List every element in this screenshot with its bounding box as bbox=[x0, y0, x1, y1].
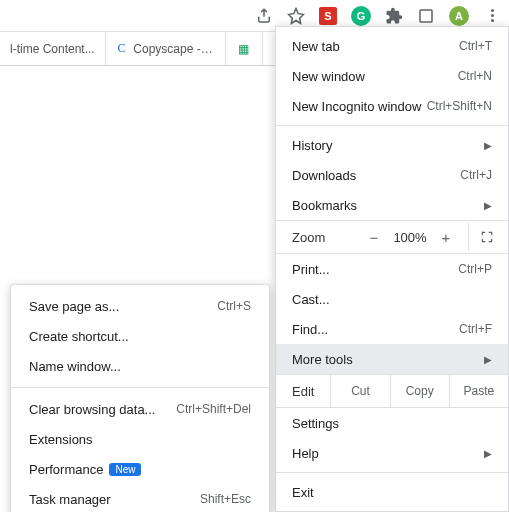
menu-label: Print... bbox=[292, 262, 330, 277]
tab-overview-icon[interactable] bbox=[417, 7, 435, 25]
more-tools-submenu: Save page as... Ctrl+S Create shortcut..… bbox=[10, 284, 270, 512]
menu-downloads[interactable]: Downloads Ctrl+J bbox=[276, 160, 508, 190]
submenu-extensions[interactable]: Extensions bbox=[11, 424, 269, 454]
favicon: C bbox=[116, 41, 128, 57]
shortcut: Ctrl+Shift+N bbox=[427, 99, 492, 113]
submenu-clear-data[interactable]: Clear browsing data... Ctrl+Shift+Del bbox=[11, 394, 269, 424]
chevron-right-icon: ▶ bbox=[484, 140, 492, 151]
paste-button[interactable]: Paste bbox=[449, 375, 508, 407]
cut-button[interactable]: Cut bbox=[330, 375, 389, 407]
submenu-label: Save page as... bbox=[29, 299, 119, 314]
extensions-icon[interactable] bbox=[385, 7, 403, 25]
submenu-label: Extensions bbox=[29, 432, 93, 447]
submenu-create-shortcut[interactable]: Create shortcut... bbox=[11, 321, 269, 351]
menu-label: Cast... bbox=[292, 292, 330, 307]
extension-s[interactable]: S bbox=[319, 7, 337, 25]
share-icon[interactable] bbox=[255, 7, 273, 25]
tab-title: l-time Content... bbox=[10, 42, 95, 56]
edit-label: Edit bbox=[276, 384, 330, 399]
menu-help[interactable]: Help ▶ bbox=[276, 438, 508, 468]
shortcut: Ctrl+Shift+Del bbox=[176, 402, 251, 416]
submenu-label: Name window... bbox=[29, 359, 121, 374]
tab-title: Copyscape - Premi... bbox=[133, 42, 214, 56]
separator bbox=[11, 387, 269, 388]
submenu-label: Create shortcut... bbox=[29, 329, 129, 344]
menu-print[interactable]: Print... Ctrl+P bbox=[276, 254, 508, 284]
profile-avatar[interactable]: A bbox=[449, 6, 469, 26]
shortcut: Ctrl+S bbox=[217, 299, 251, 313]
menu-history[interactable]: History ▶ bbox=[276, 130, 508, 160]
menu-find[interactable]: Find... Ctrl+F bbox=[276, 314, 508, 344]
menu-new-incognito[interactable]: New Incognito window Ctrl+Shift+N bbox=[276, 91, 508, 121]
tab[interactable]: l-time Content... bbox=[0, 32, 106, 66]
submenu-name-window[interactable]: Name window... bbox=[11, 351, 269, 381]
zoom-label: Zoom bbox=[292, 230, 325, 245]
shortcut: Ctrl+P bbox=[458, 262, 492, 276]
shortcut: Ctrl+N bbox=[458, 69, 492, 83]
menu-label: Find... bbox=[292, 322, 328, 337]
submenu-label: Clear browsing data... bbox=[29, 402, 155, 417]
submenu-task-manager[interactable]: Task manager Shift+Esc bbox=[11, 484, 269, 512]
zoom-in-button[interactable]: + bbox=[432, 223, 460, 251]
chevron-right-icon: ▶ bbox=[484, 448, 492, 459]
separator bbox=[276, 125, 508, 126]
tab[interactable]: C Copyscape - Premi... bbox=[106, 32, 226, 66]
tab[interactable]: ▦ bbox=[226, 32, 263, 66]
zoom-out-button[interactable]: − bbox=[360, 223, 388, 251]
zoom-value: 100% bbox=[388, 230, 432, 245]
fullscreen-button[interactable] bbox=[468, 223, 496, 251]
submenu-performance[interactable]: Performance New bbox=[11, 454, 269, 484]
separator bbox=[276, 472, 508, 473]
chrome-menu: New tab Ctrl+T New window Ctrl+N New Inc… bbox=[275, 26, 509, 512]
menu-label: Settings bbox=[292, 416, 339, 431]
zoom-row: Zoom − 100% + bbox=[276, 220, 508, 254]
menu-label: New tab bbox=[292, 39, 340, 54]
menu-more-tools[interactable]: More tools ▶ bbox=[276, 344, 508, 374]
favicon: ▦ bbox=[236, 41, 252, 57]
menu-label: New Incognito window bbox=[292, 99, 421, 114]
star-icon[interactable] bbox=[287, 7, 305, 25]
menu-bookmarks[interactable]: Bookmarks ▶ bbox=[276, 190, 508, 220]
submenu-save-page[interactable]: Save page as... Ctrl+S bbox=[11, 291, 269, 321]
submenu-label: Performance New bbox=[29, 462, 141, 477]
shortcut: Ctrl+F bbox=[459, 322, 492, 336]
shortcut: Ctrl+T bbox=[459, 39, 492, 53]
menu-new-window[interactable]: New window Ctrl+N bbox=[276, 61, 508, 91]
chevron-right-icon: ▶ bbox=[484, 200, 492, 211]
menu-new-tab[interactable]: New tab Ctrl+T bbox=[276, 31, 508, 61]
edit-row: Edit Cut Copy Paste bbox=[276, 374, 508, 408]
chevron-right-icon: ▶ bbox=[484, 354, 492, 365]
extension-g[interactable]: G bbox=[351, 6, 371, 26]
menu-label: History bbox=[292, 138, 332, 153]
menu-exit[interactable]: Exit bbox=[276, 477, 508, 507]
menu-cast[interactable]: Cast... bbox=[276, 284, 508, 314]
shortcut: Shift+Esc bbox=[200, 492, 251, 506]
new-badge: New bbox=[109, 463, 141, 476]
menu-settings[interactable]: Settings bbox=[276, 408, 508, 438]
menu-label: Downloads bbox=[292, 168, 356, 183]
svg-rect-0 bbox=[420, 10, 432, 22]
submenu-label: Task manager bbox=[29, 492, 111, 507]
menu-label: Exit bbox=[292, 485, 314, 500]
menu-label: Bookmarks bbox=[292, 198, 357, 213]
menu-label: Help bbox=[292, 446, 319, 461]
menu-button[interactable] bbox=[483, 7, 501, 25]
menu-label: New window bbox=[292, 69, 365, 84]
shortcut: Ctrl+J bbox=[460, 168, 492, 182]
menu-label: More tools bbox=[292, 352, 353, 367]
copy-button[interactable]: Copy bbox=[390, 375, 449, 407]
